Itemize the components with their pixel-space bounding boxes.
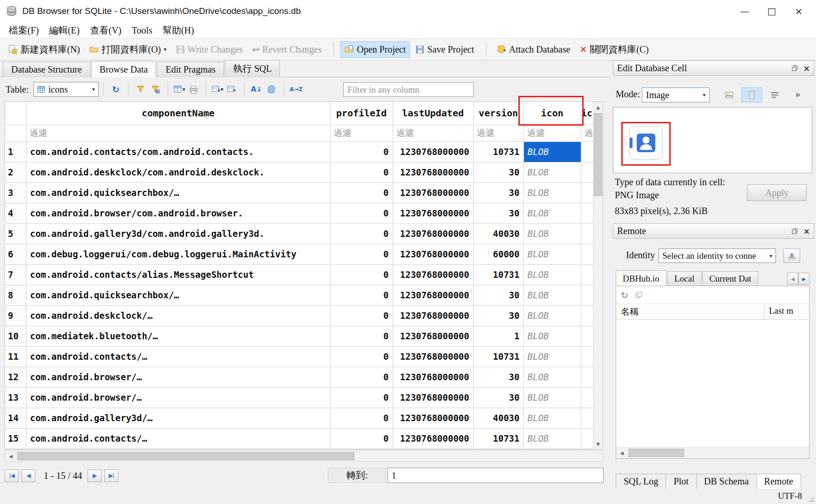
column-divider[interactable] [764,304,765,319]
cell-lastUpdated[interactable]: 1230768000000 [393,428,473,449]
attach-database-button[interactable]: Attach Database [493,42,574,57]
column-header-lastUpdated[interactable]: lastUpdated [393,102,473,125]
cell-profileId[interactable]: 0 [330,285,393,305]
cell-profileId[interactable]: 0 [330,223,393,244]
remote-scrollbar-thumb[interactable] [628,449,684,457]
close-panel-icon[interactable]: × [803,64,810,73]
filter-componentName[interactable]: 過濾 [26,125,330,141]
previous-page-button[interactable]: ◀ [21,470,35,482]
vertical-scrollbar-thumb[interactable] [594,113,602,196]
cell-partial[interactable] [581,264,593,285]
cell-componentName[interactable]: com.android.quicksearchbox/… [26,285,330,305]
insert-record-button[interactable]: ▾ [211,82,224,97]
cell-icon[interactable]: BLOB [524,428,581,449]
cell-profileId[interactable]: 0 [330,141,393,162]
cell-lastUpdated[interactable]: 1230768000000 [393,182,473,203]
save-project-button[interactable]: Save Project [412,42,478,57]
cell-profileId[interactable]: 0 [330,305,393,326]
close-button[interactable]: × [785,0,812,22]
cell-version[interactable]: 30 [473,367,524,387]
cell-lastUpdated[interactable]: 1230768000000 [393,285,473,305]
first-page-button[interactable]: |◀ [5,470,19,482]
dock-tab-plot[interactable]: Plot [666,474,696,490]
cell-partial[interactable] [581,305,593,326]
cell-partial[interactable] [581,244,593,264]
next-page-button[interactable]: ▶ [88,470,102,482]
cell-partial[interactable] [581,285,593,305]
remote-column-last-modified[interactable]: Last m [769,306,793,316]
identity-settings-button[interactable] [783,249,800,263]
cell-icon[interactable]: BLOB [524,223,581,244]
horizontal-scrollbar-thumb[interactable] [17,452,354,460]
cell-partial[interactable] [581,223,593,244]
row-number[interactable]: 6 [5,244,26,264]
cell-componentName[interactable]: com.android.deskclock/… [26,305,330,326]
open-project-button[interactable]: Open Project [340,41,410,58]
cell-icon[interactable]: BLOB [524,162,581,182]
clear-filters-button[interactable] [133,82,148,97]
cell-icon[interactable]: BLOB [524,346,581,367]
column-header-version[interactable]: version [473,102,524,125]
column-header-profileId[interactable]: profileId [330,102,393,125]
filter-lastUpdated[interactable]: 過濾 [393,125,473,141]
cell-componentName[interactable]: com.android.deskclock/com.android.deskcl… [26,162,330,182]
cell-icon[interactable]: BLOB [524,141,581,162]
cell-componentName[interactable]: com.mediatek.bluetooth/… [26,326,330,346]
cell-version[interactable]: 10731 [473,141,524,162]
cell-icon[interactable]: BLOB [524,387,581,408]
cell-icon[interactable]: BLOB [524,244,581,264]
menu-tools[interactable]: Tools [127,24,157,37]
cell-componentName[interactable]: com.android.quicksearchbox/… [26,182,330,203]
scroll-left-icon[interactable]: ◀ [5,451,16,461]
tab-scroll-right-icon[interactable]: ▶ [798,273,809,285]
cell-profileId[interactable]: 0 [330,408,393,428]
sort-button[interactable]: A↓ [249,82,264,97]
tab-current-database[interactable]: Current Dat [702,271,758,286]
cell-lastUpdated[interactable]: 1230768000000 [393,387,473,408]
goto-record-input[interactable] [388,468,604,483]
row-number[interactable]: 9 [5,305,26,326]
cell-version[interactable]: 40030 [473,223,524,244]
cell-lastUpdated[interactable]: 1230768000000 [393,244,473,264]
mode-select[interactable]: Image ▾ [642,87,710,102]
cell-componentName[interactable]: com.android.browser/… [26,367,330,387]
tab-dbhub[interactable]: DBHub.io [616,270,666,286]
cell-icon[interactable]: BLOB [524,326,581,346]
dock-tab-remote[interactable]: Remote [757,474,801,490]
cell-partial[interactable] [581,203,593,223]
cell-componentName[interactable]: com.debug.loggerui/com.debug.loggerui.Ma… [26,244,330,264]
cell-profileId[interactable]: 0 [330,387,393,408]
close-panel-icon[interactable]: × [803,227,810,236]
cell-componentName[interactable]: com.android.contacts/… [26,346,330,367]
row-number[interactable]: 7 [5,264,26,285]
az-button[interactable]: A→Z [289,82,304,97]
table-select[interactable]: icons ▾ [34,82,99,97]
filter-profileId[interactable]: 過濾 [330,125,393,141]
resize-grip[interactable] [808,496,815,503]
cell-componentName[interactable]: com.android.browser/… [26,387,330,408]
cell-icon[interactable]: BLOB [524,305,581,326]
minimize-button[interactable]: — [731,0,758,22]
cell-profileId[interactable]: 0 [330,326,393,346]
cell-componentName[interactable]: com.android.gallery3d/com.android.galler… [26,223,330,244]
menu-view[interactable]: 查看(V) [85,23,127,38]
cell-partial[interactable] [581,408,593,428]
tab-execute-sql[interactable]: 執行 SQL [225,60,280,77]
cell-profileId[interactable]: 0 [330,162,393,182]
cell-componentName[interactable]: com.android.browser/com.android.browser. [26,203,330,223]
tab-database-structure[interactable]: Database Structure [3,62,90,77]
filter-partial[interactable]: 過濾 [581,125,593,141]
open-database-button[interactable]: 打開資料庫(O) ▾ [86,41,170,58]
row-number[interactable]: 12 [5,367,26,387]
cell-profileId[interactable]: 0 [330,346,393,367]
row-number[interactable]: 11 [5,346,26,367]
cell-partial[interactable] [581,162,593,182]
float-panel-icon[interactable] [792,228,798,234]
import-data-button[interactable] [721,87,737,102]
cell-partial[interactable] [581,326,593,346]
vertical-scrollbar[interactable]: ▲ ▼ [593,102,603,449]
tab-local[interactable]: Local [667,271,701,286]
row-number[interactable]: 4 [5,203,26,223]
close-database-button[interactable]: ✕ 關閉資料庫(C) [576,41,653,58]
cell-componentName[interactable]: com.android.contacts/… [26,428,330,449]
